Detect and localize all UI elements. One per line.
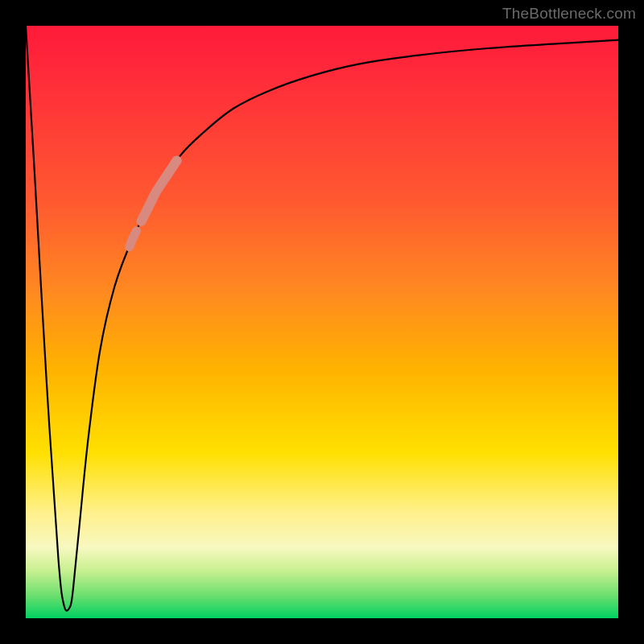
curve-svg — [26, 26, 618, 618]
plot-area — [26, 26, 618, 618]
chart-frame: TheBottleneck.com — [0, 0, 644, 644]
highlight-segment-dot — [130, 231, 137, 247]
watermark-text: TheBottleneck.com — [502, 5, 636, 23]
highlight-segment — [142, 160, 177, 221]
bottleneck-curve-line — [26, 26, 618, 611]
